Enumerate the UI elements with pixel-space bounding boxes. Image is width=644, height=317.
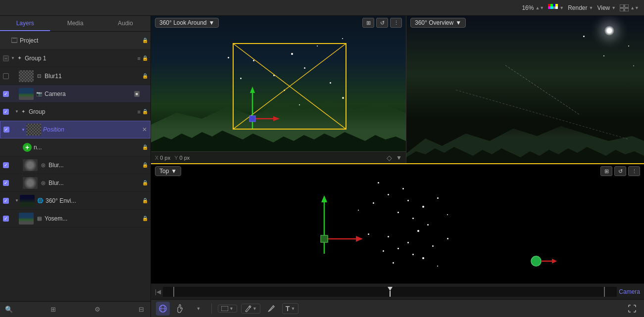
bottom-panel-reset-btn[interactable]: ↺ (614, 166, 626, 176)
group1-extra: ≡ (138, 55, 141, 61)
yosem-check-icon: ✓ (3, 216, 9, 222)
yosem-checkbox[interactable]: ✓ (2, 215, 10, 223)
x-value: 0 px (160, 155, 170, 161)
zoom-control[interactable]: 16% ▲▼ (522, 4, 544, 11)
bottom-panel-more-btn[interactable]: ⋮ (628, 166, 640, 176)
position-expand[interactable]: ▼ (21, 128, 25, 132)
env360-expand[interactable]: ▼ (15, 198, 19, 203)
group1-check-icon: – (3, 55, 9, 61)
blur-r1-row[interactable]: ✓ ◎ Blur... 🔒 (0, 156, 150, 174)
yosem-row[interactable]: ✓ ▤ Yosem... 🔒 (0, 210, 150, 227)
svg-rect-13 (12, 38, 16, 39)
camera-name: Camera (45, 91, 134, 97)
timeline-track[interactable] (163, 287, 617, 297)
group-checkbox[interactable]: ✓ (2, 108, 10, 116)
top-previews: 360° Look Around ▼ ⊞ ↺ ⋮ X 0 px (151, 16, 644, 164)
panel-top-dropdown[interactable]: Top ▼ (155, 166, 181, 176)
panel-360-chevron: ▼ (209, 19, 215, 26)
project-row[interactable]: Project 🔒 (0, 32, 150, 49)
coord-x: X 0 px (155, 155, 170, 161)
settings-icon[interactable]: ⚙ (93, 305, 102, 315)
bottom-panel-header: Top ▼ ⊞ ↺ ⋮ (151, 164, 644, 178)
timeline-start-btn[interactable]: |◀ (155, 288, 161, 295)
panel-360-dropdown[interactable]: 360° Look Around ▼ (155, 18, 219, 28)
svg-rect-2 (553, 4, 555, 6)
svg-rect-3 (555, 4, 558, 6)
panel-360-reset-btn[interactable]: ↺ (376, 18, 388, 28)
blur-r2-row[interactable]: ✓ ◎ Blur... 🔒 (0, 174, 150, 192)
blur-r2-type-icon: ◎ (40, 180, 47, 186)
cone-lines (151, 164, 644, 283)
camera-row[interactable]: ✓ 📷 Camera ■ (0, 85, 150, 103)
tab-media[interactable]: Media (50, 16, 100, 31)
blur11-row[interactable]: ⊡ Blur11 🔒 (0, 67, 150, 85)
tab-layers[interactable]: Layers (0, 16, 50, 31)
env360-row[interactable]: ✓ ▼ 🌐 360° Envi... 🔒 (0, 192, 150, 210)
panel-360-more-btn[interactable]: ⋮ (390, 18, 402, 28)
svg-rect-5 (550, 6, 553, 9)
env360-type-icon: 🌐 (37, 197, 44, 204)
env360-name: 360° Envi... (46, 197, 142, 204)
color-picker-btn[interactable]: ▼ (548, 4, 564, 12)
hand-tool-btn[interactable] (174, 302, 188, 316)
pen-tool-btn[interactable] (264, 302, 278, 316)
group1-checkbox[interactable]: – (2, 54, 10, 62)
position-checkbox[interactable]: ✓ (2, 126, 10, 134)
text-tool-dropdown[interactable]: T ▼ (282, 303, 298, 314)
position-row[interactable]: ✓ ▼ Position ✕ (0, 121, 150, 138)
hand-chevron[interactable]: ▼ (192, 302, 205, 316)
panel-360-grid-btn[interactable]: ⊞ (362, 18, 374, 28)
group-extra: ≡ (138, 109, 141, 115)
group-name: Group (29, 108, 138, 115)
project-icon (11, 37, 18, 44)
svg-rect-37 (221, 306, 228, 311)
gizmo-top (309, 189, 369, 259)
group1-expand[interactable]: ▼ (11, 56, 15, 60)
layout-btn[interactable]: ▲▼ (620, 4, 639, 11)
panel-overview-dropdown[interactable]: 360° Overview ▼ (410, 18, 466, 28)
group-row[interactable]: ✓ ▼ ✦ Group ≡ 🔒 (0, 103, 150, 121)
globe-tool-btn[interactable] (156, 302, 170, 316)
tab-audio[interactable]: Audio (100, 16, 150, 31)
group-expand[interactable]: ▼ (15, 109, 19, 114)
paint-tool-dropdown[interactable]: ▼ (241, 304, 260, 314)
main-layout: Layers Media Audio Project 🔒 – ▼ ✦ (0, 16, 644, 317)
svg-rect-21 (249, 116, 255, 122)
render-chevron: ▼ (589, 5, 594, 10)
svg-rect-10 (620, 8, 624, 11)
view-menu[interactable]: View ▼ (597, 4, 616, 11)
zoom-value: 16% (522, 4, 534, 11)
blur11-checkbox[interactable] (2, 72, 10, 80)
panel-overview-label: 360° Overview (415, 19, 453, 26)
blur-r2-name: Blur... (49, 180, 142, 186)
group1-row[interactable]: – ▼ ✦ Group 1 ≡ 🔒 (0, 49, 150, 67)
view-mode-dropdown[interactable]: ▼ (218, 305, 237, 313)
remove-icon[interactable]: ⊟ (137, 305, 147, 315)
project-lock: 🔒 (142, 37, 149, 44)
svg-rect-7 (555, 6, 558, 9)
bottom-panel-controls: ⊞ ↺ ⋮ (600, 166, 640, 176)
fit-btn[interactable] (625, 302, 639, 316)
svg-marker-20 (273, 116, 280, 121)
grid-view-icon[interactable]: ⊞ (48, 305, 58, 315)
blur-r2-checkbox[interactable]: ✓ (2, 179, 10, 187)
blur-r2-thumb (23, 177, 38, 189)
panel-top-chevron: ▼ (171, 168, 177, 175)
tool-sep-1 (211, 304, 212, 314)
blur-r1-checkbox[interactable]: ✓ (2, 161, 10, 169)
blur11-check-icon (3, 73, 9, 79)
position-close-btn[interactable]: ✕ (141, 126, 148, 133)
timeline-playhead[interactable] (388, 287, 392, 297)
search-icon[interactable]: 🔍 (4, 305, 14, 315)
timeline-start-marker (172, 287, 176, 297)
add-plus-btn[interactable]: + (23, 143, 32, 152)
bottom-panel-grid-btn[interactable]: ⊞ (600, 166, 612, 176)
top-bar: 16% ▲▼ ▼ Render ▼ View ▼ ▲▼ (0, 0, 644, 16)
blur-r2-check-icon: ✓ (3, 180, 9, 186)
camera-checkbox[interactable]: ✓ (2, 90, 10, 98)
render-menu[interactable]: Render ▼ (568, 4, 593, 11)
env360-checkbox[interactable]: ✓ (2, 197, 10, 205)
project-checkbox (2, 37, 10, 45)
camera-lock (142, 91, 149, 97)
add-behavior-row[interactable]: + n... 🔒 (0, 138, 150, 156)
